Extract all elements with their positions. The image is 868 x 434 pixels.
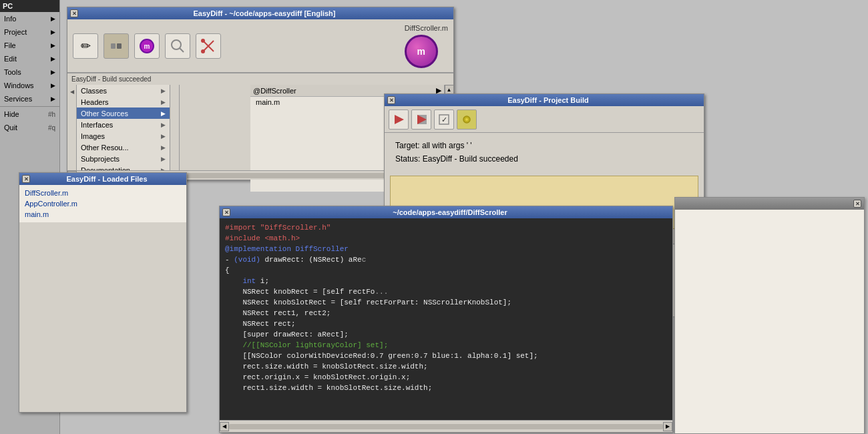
tools-arrow-icon: ▶: [51, 69, 55, 75]
sidebar-item-images[interactable]: Images ▶: [77, 130, 170, 142]
build-target-line: Target: all with args ' ': [395, 141, 693, 150]
code-line-2: #include <math.h>: [225, 233, 667, 244]
code-line-5: - (void) drawRect: (NSRect) aRec: [225, 254, 667, 265]
classes-expand-icon: ▶: [161, 87, 166, 94]
loaded-files-titlebar: ✕ EasyDiff - Loaded Files: [19, 173, 186, 185]
loaded-files-window: ✕ EasyDiff - Loaded Files DiffScroller.m…: [19, 172, 187, 413]
build-toolbar: ✓: [385, 106, 704, 133]
close-button[interactable]: ✕: [70, 9, 78, 17]
images-expand-icon: ▶: [161, 133, 166, 140]
code-line-4: @implementation DiffScroller: [225, 244, 667, 254]
svg-point-4: [172, 40, 181, 49]
sidebar-item-classes[interactable]: Classes ▶: [77, 85, 170, 96]
build-status-line: Status: EasyDiff - Build succeeded: [395, 154, 693, 164]
headers-expand-icon: ▶: [161, 99, 166, 105]
build-info: Target: all with args ' ' Status: EasyDi…: [385, 133, 704, 176]
code-bottom-scrollbar: ◀ ▶: [220, 420, 672, 432]
loaded-item-main[interactable]: main.m: [22, 209, 184, 220]
svg-marker-10: [395, 115, 404, 124]
diff-tool-icon[interactable]: [103, 33, 129, 59]
other-sources-expand-icon: ▶: [161, 110, 166, 117]
svg-text:✓: ✓: [441, 116, 447, 124]
right-panel-partial: ✕: [674, 197, 865, 434]
build-close-button[interactable]: ✕: [387, 96, 395, 104]
right-panel-titlebar: ✕: [675, 198, 864, 210]
right-panel-content: [675, 210, 864, 433]
loaded-title-buttons: ✕: [22, 175, 30, 183]
svg-line-5: [180, 48, 184, 52]
code-line-11: NSRect rect;: [225, 318, 667, 329]
loaded-close-button[interactable]: ✕: [22, 175, 30, 183]
code-line-15: //[[NSColor lightGrayColor] set];: [225, 340, 667, 351]
sidebar-item-other-sources[interactable]: Other Sources ▶: [77, 107, 170, 119]
loaded-item-diffscroller[interactable]: DiffScroller.m: [22, 188, 184, 198]
info-arrow-icon: ▶: [51, 15, 55, 22]
svg-point-16: [465, 118, 468, 121]
loaded-item-appcontroller[interactable]: AppController.m: [22, 198, 184, 209]
code-line-16: [[NSColor colorWithDeviceRed:0.7 green:0…: [225, 351, 667, 361]
main-status-bar: EasyDiff - Build succeeded: [67, 73, 453, 85]
menu-item-project[interactable]: Project ▶: [0, 25, 59, 39]
code-line-1: #import "DiffScroller.h": [225, 222, 667, 233]
build-stop-icon[interactable]: [411, 110, 431, 130]
code-scroll-left-icon[interactable]: ◀: [220, 422, 229, 431]
code-line-18: rect.size.width = knobSlotRect.size.widt…: [225, 361, 667, 372]
build-title-buttons: ✕: [387, 96, 395, 104]
magnify-tool-icon[interactable]: [165, 33, 190, 59]
code-scroll-right-icon[interactable]: ▶: [663, 422, 672, 431]
svg-rect-0: [111, 43, 116, 49]
project-arrow-icon: ▶: [51, 29, 55, 35]
menu-item-windows[interactable]: Windows ▶: [0, 79, 59, 92]
sidebar-item-headers[interactable]: Headers ▶: [77, 96, 170, 107]
m-icon: m: [405, 35, 438, 68]
svg-point-8: [201, 39, 205, 43]
file-info-area: DiffScroller.m m: [405, 24, 448, 68]
main-toolbar: ✏ m DiffScroller.m m: [67, 19, 453, 73]
scissors-tool-icon[interactable]: [196, 33, 221, 59]
pc-title: PC: [0, 0, 59, 12]
menu-item-quit[interactable]: Quit #q: [0, 121, 59, 134]
title-buttons: ✕: [70, 9, 78, 17]
build-run-icon[interactable]: [389, 110, 409, 130]
loaded-files-list: DiffScroller.m AppController.m main.m: [19, 185, 186, 222]
code-title-buttons: ✕: [222, 208, 230, 216]
code-line-10: NSRect rect1, rect2;: [225, 308, 667, 318]
svg-text:m: m: [144, 43, 150, 50]
code-line-9: NSRect knobSlotRect = [self rectForPart:…: [225, 297, 667, 308]
sidebar-item-subprojects[interactable]: Subprojects ▶: [77, 153, 170, 164]
code-line-19: rect.origin.x = knobSlotRect.origin.x;: [225, 372, 667, 383]
code-line-8: NSRect knobRect = [self rectFo...: [225, 286, 667, 297]
menu-item-file[interactable]: File ▶: [0, 39, 59, 52]
services-arrow-icon: ▶: [51, 95, 55, 102]
build-checkbox-icon[interactable]: ✓: [434, 110, 454, 130]
svg-rect-1: [117, 43, 122, 49]
code-editor-window: ✕ ~/code/apps-easydiff/DiffScroller #imp…: [219, 206, 673, 433]
menu-item-edit[interactable]: Edit ▶: [0, 52, 59, 65]
file-arrow-icon: ▶: [51, 42, 55, 49]
right-panel-close-button[interactable]: ✕: [853, 200, 861, 208]
code-line-7: int i;: [225, 276, 667, 286]
code-line-13: [super drawRect: aRect];: [225, 329, 667, 340]
scroll-up-arrow-icon[interactable]: ▲: [445, 85, 454, 94]
code-line-6: {: [225, 265, 667, 276]
interfaces-expand-icon: ▶: [161, 122, 166, 128]
subprojects-expand-icon: ▶: [161, 156, 166, 162]
code-close-button[interactable]: ✕: [222, 208, 230, 216]
code-editor-titlebar: ✕ ~/code/apps-easydiff/DiffScroller: [220, 206, 672, 218]
sidebar-item-other-resources[interactable]: Other Resou... ▶: [77, 142, 170, 153]
code-content-area[interactable]: #import "DiffScroller.h" #include <math.…: [220, 218, 672, 420]
edit-arrow-icon: ▶: [51, 55, 55, 62]
circle-tool-icon[interactable]: m: [134, 33, 160, 59]
menu-item-hide[interactable]: Hide #h: [0, 107, 59, 121]
menu-item-services[interactable]: Services ▶: [0, 92, 59, 105]
sidebar-item-interfaces[interactable]: Interfaces ▶: [77, 119, 170, 130]
menu-item-tools[interactable]: Tools ▶: [0, 65, 59, 79]
code-line-21: rect1.size.width = knobSlotRect.size.wid…: [225, 383, 667, 393]
menu-item-info[interactable]: Info ▶: [0, 12, 59, 25]
menu-separator: [0, 106, 59, 107]
svg-point-9: [201, 49, 205, 53]
windows-arrow-icon: ▶: [51, 82, 55, 89]
build-window-titlebar: ✕ EasyDiff - Project Build: [385, 94, 704, 106]
build-gear-icon[interactable]: [457, 110, 477, 130]
pencil-tool-icon[interactable]: ✏: [73, 33, 98, 59]
